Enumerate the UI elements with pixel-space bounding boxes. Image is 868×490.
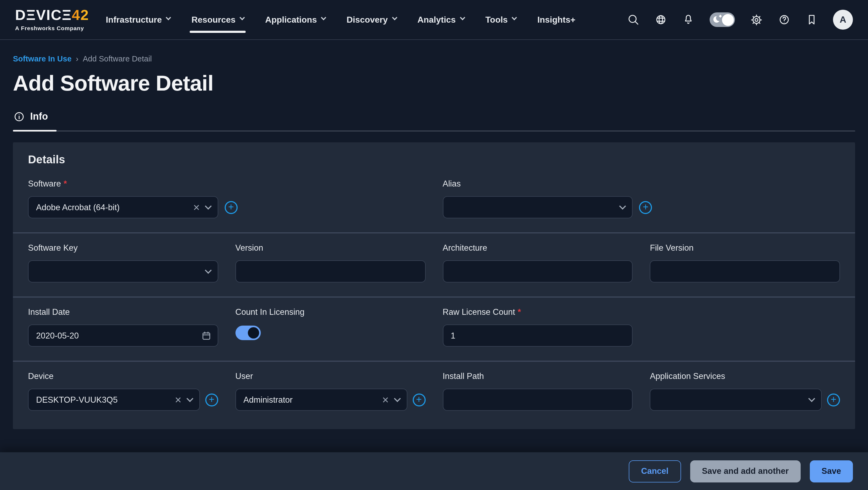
add-application-service-button[interactable]: +: [827, 393, 840, 406]
save-and-add-another-button[interactable]: Save and add another: [690, 460, 800, 482]
chevron-down-icon: [321, 15, 326, 20]
install-date-input[interactable]: [28, 324, 218, 347]
brand-logo[interactable]: DΞVICΞ42 A Freshworks Company: [15, 8, 89, 31]
chevron-down-icon[interactable]: [205, 202, 212, 209]
architecture-label: Architecture: [443, 243, 633, 253]
add-device-button[interactable]: +: [205, 393, 218, 406]
help-button[interactable]: [778, 13, 790, 26]
chevron-down-icon: [166, 15, 171, 20]
language-button[interactable]: [655, 13, 667, 26]
clear-icon[interactable]: ×: [193, 202, 200, 213]
clear-icon[interactable]: ×: [382, 394, 389, 405]
count-in-licensing-toggle[interactable]: [236, 325, 261, 340]
toggle-knob: [248, 327, 259, 339]
chevron-down-icon[interactable]: [394, 395, 400, 402]
file-version-input[interactable]: [650, 260, 840, 283]
breadcrumb-separator: ›: [76, 54, 79, 63]
nav-item-analytics[interactable]: Analytics: [417, 1, 465, 38]
required-mark: *: [64, 179, 67, 188]
add-user-button[interactable]: +: [412, 393, 425, 406]
bookmark-icon: [806, 13, 818, 26]
nav-item-infrastructure[interactable]: Infrastructure: [105, 1, 171, 38]
moon-icon: [713, 16, 720, 23]
add-alias-button[interactable]: +: [639, 201, 652, 214]
theme-toggle[interactable]: [710, 12, 735, 27]
device-label: Device: [28, 371, 218, 381]
tab-info[interactable]: Info: [13, 111, 57, 131]
nav-item-label: Tools: [486, 15, 508, 25]
chevron-down-icon[interactable]: [808, 395, 815, 402]
nav-item-insights[interactable]: Insights+: [537, 1, 576, 38]
device-select[interactable]: DESKTOP-VUUK3Q5 ×: [28, 388, 200, 411]
brand-tagline: A Freshworks Company: [15, 26, 89, 31]
search-icon: [627, 13, 640, 26]
chevron-down-icon[interactable]: [619, 202, 626, 209]
user-avatar[interactable]: A: [833, 10, 853, 30]
version-input[interactable]: [236, 260, 426, 283]
brand-logo-text: DΞVICΞ42: [15, 8, 89, 23]
nav-item-applications[interactable]: Applications: [265, 1, 326, 38]
action-footer: Cancel Save and add another Save: [0, 452, 868, 490]
form-row-device-user: Device DESKTOP-VUUK3Q5 × + User Administ…: [13, 362, 855, 425]
user-value: Administrator: [244, 395, 382, 405]
chevron-down-icon: [240, 15, 245, 20]
software-key-select[interactable]: [28, 260, 218, 283]
file-version-label: File Version: [650, 243, 840, 253]
search-button[interactable]: [627, 13, 640, 26]
toggle-knob: [722, 14, 734, 26]
software-label: Software*: [28, 179, 218, 189]
tab-label: Info: [30, 111, 48, 122]
software-select[interactable]: Adobe Acrobat (64-bit) ×: [28, 196, 218, 218]
chevron-down-icon[interactable]: [205, 266, 212, 273]
nav-item-discovery[interactable]: Discovery: [346, 1, 397, 38]
form-row-software-alias: Software* Adobe Acrobat (64-bit) × + Ali…: [13, 169, 855, 233]
nav-item-resources[interactable]: Resources: [191, 1, 245, 38]
install-path-input[interactable]: [443, 388, 633, 411]
form-row-install-licensing: Install Date Count In Licensing Raw Lice…: [13, 297, 855, 362]
alias-select[interactable]: [443, 196, 633, 218]
nav-item-label: Insights+: [537, 15, 576, 25]
count-in-licensing-label: Count In Licensing: [236, 307, 426, 317]
chevron-down-icon: [512, 15, 517, 20]
nav-item-label: Applications: [265, 15, 317, 25]
required-mark: *: [518, 307, 521, 316]
user-select[interactable]: Administrator ×: [236, 388, 407, 411]
nav-item-tools[interactable]: Tools: [485, 1, 517, 38]
install-date-label: Install Date: [28, 307, 218, 317]
chevron-down-icon: [392, 15, 397, 20]
user-label: User: [236, 371, 426, 381]
details-panel: Details Software* Adobe Acrobat (64-bit)…: [13, 142, 855, 429]
gear-icon: [750, 13, 763, 26]
brand-logo-number: 42: [72, 7, 89, 24]
raw-license-count-input[interactable]: [443, 324, 633, 347]
save-button[interactable]: Save: [810, 460, 853, 482]
notifications-button[interactable]: [682, 13, 694, 26]
install-path-label: Install Path: [443, 371, 633, 381]
page-title: Add Software Detail: [13, 70, 868, 96]
nav-item-label: Infrastructure: [106, 15, 162, 25]
raw-license-count-label: Raw License Count*: [443, 307, 633, 317]
cancel-button[interactable]: Cancel: [629, 460, 681, 482]
alias-label: Alias: [443, 179, 633, 189]
breadcrumb: Software In Use › Add Software Detail: [13, 54, 868, 63]
chevron-down-icon: [460, 15, 465, 20]
calendar-icon[interactable]: [202, 331, 211, 340]
application-services-select[interactable]: [650, 388, 822, 411]
architecture-input[interactable]: [443, 260, 633, 283]
chevron-down-icon[interactable]: [186, 395, 193, 402]
topbar-actions: A: [627, 10, 853, 30]
software-value: Adobe Acrobat (64-bit): [36, 202, 193, 212]
breadcrumb-link-software-in-use[interactable]: Software In Use: [13, 54, 72, 63]
settings-button[interactable]: [750, 13, 763, 26]
main-menu: Infrastructure Resources Applications Di…: [105, 1, 576, 38]
device-value: DESKTOP-VUUK3Q5: [36, 395, 175, 405]
nav-item-label: Resources: [191, 15, 236, 25]
app-window: DΞVICΞ42 A Freshworks Company Infrastruc…: [0, 0, 868, 490]
top-navbar: DΞVICΞ42 A Freshworks Company Infrastruc…: [0, 0, 868, 40]
clear-icon[interactable]: ×: [175, 394, 182, 405]
bookmarks-button[interactable]: [806, 13, 818, 26]
add-software-button[interactable]: +: [225, 201, 238, 214]
help-icon: [778, 13, 790, 26]
globe-icon: [655, 13, 667, 26]
nav-item-label: Analytics: [417, 15, 456, 25]
